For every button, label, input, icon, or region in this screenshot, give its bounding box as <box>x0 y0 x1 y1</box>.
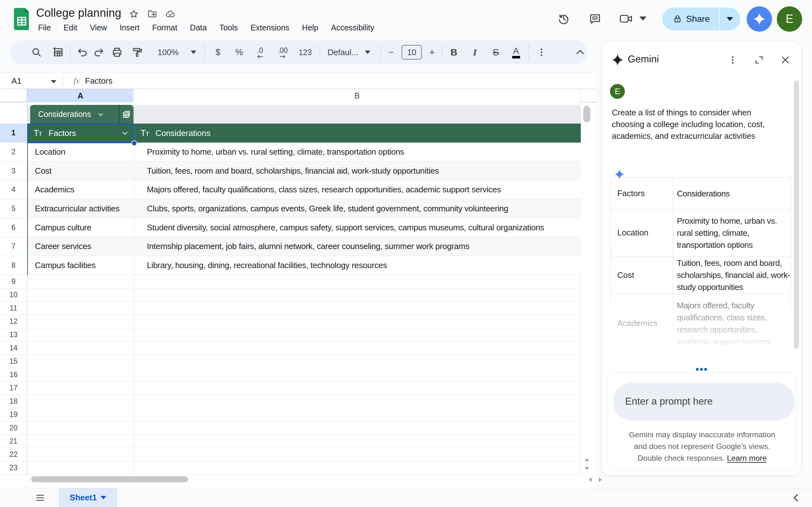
factor-cell[interactable]: Extracurricular activities <box>28 199 134 218</box>
sheet-tab[interactable]: Sheet1 <box>59 488 117 507</box>
version-history-icon[interactable] <box>557 12 570 25</box>
panel-scrollbar[interactable] <box>794 80 799 349</box>
table-row[interactable]: Career services Internship placement, jo… <box>28 237 581 257</box>
decrease-decimals-button[interactable]: .0 <box>257 46 263 59</box>
user-avatar[interactable]: E <box>777 6 802 32</box>
gemini-spark-button[interactable] <box>747 6 772 32</box>
learn-more-link[interactable]: Learn more <box>727 454 767 462</box>
empty-row[interactable] <box>27 315 581 328</box>
row-header[interactable]: 5 <box>0 199 27 218</box>
horizontal-scrollbar[interactable] <box>31 476 188 482</box>
font-select[interactable]: Defaul... <box>328 48 358 57</box>
row-header[interactable]: 12 <box>0 315 27 328</box>
empty-row[interactable] <box>27 435 581 448</box>
row-header[interactable]: 3 <box>0 162 27 181</box>
row-header[interactable]: 14 <box>0 342 27 355</box>
increase-font-size-button[interactable]: + <box>429 47 435 58</box>
menu-item[interactable]: Format <box>146 20 184 35</box>
menu-item[interactable]: Accessibility <box>325 20 380 35</box>
column-header-b[interactable]: B <box>134 89 581 102</box>
font-size-input[interactable]: 10 <box>402 45 422 60</box>
factor-cell[interactable]: Campus facilities <box>28 256 134 275</box>
factor-cell[interactable]: Career services <box>28 237 134 256</box>
row-header[interactable]: 2 <box>0 143 27 162</box>
table-row[interactable]: Academics Majors offered, faculty qualif… <box>28 180 581 199</box>
panel-expand-icon[interactable] <box>754 55 764 65</box>
scroll-up-arrow[interactable] <box>585 458 589 461</box>
text-color-button[interactable]: A <box>512 46 520 59</box>
comments-icon[interactable] <box>589 12 602 25</box>
prompt-input[interactable]: Enter a prompt here <box>613 383 795 420</box>
empty-row[interactable] <box>27 408 581 421</box>
select-all-corner[interactable] <box>0 89 27 102</box>
menu-item[interactable]: View <box>84 20 113 35</box>
factor-cell[interactable]: Academics <box>28 180 134 199</box>
italic-button[interactable]: I <box>473 47 477 58</box>
bold-button[interactable]: B <box>450 47 457 58</box>
number-format-button[interactable]: 123 <box>299 48 312 57</box>
format-percent-button[interactable]: % <box>235 48 243 57</box>
menu-item[interactable]: Data <box>184 20 213 35</box>
row-header[interactable]: 4 <box>0 180 27 199</box>
fill-handle[interactable] <box>131 140 137 146</box>
vertical-scrollbar[interactable] <box>583 106 590 122</box>
table-row[interactable]: Cost Tuition, fees, room and board, scho… <box>28 162 581 181</box>
star-icon[interactable] <box>129 9 139 19</box>
all-sheets-icon[interactable] <box>35 493 46 503</box>
format-currency-button[interactable]: $ <box>215 48 220 57</box>
row-header[interactable]: 13 <box>0 328 27 342</box>
row-header[interactable]: 16 <box>0 368 27 382</box>
empty-row[interactable] <box>27 421 581 435</box>
empty-row[interactable] <box>27 395 581 408</box>
cell-a1[interactable]: TT Factors <box>28 124 134 143</box>
formula-input[interactable]: Factors <box>85 76 113 86</box>
paint-format-icon[interactable] <box>132 47 143 58</box>
table-row[interactable]: Location Proximity to home, urban vs. ru… <box>28 143 581 162</box>
cell-b1[interactable]: TT Considerations <box>134 124 581 143</box>
menu-item[interactable]: Extensions <box>244 20 296 35</box>
panel-more-options-icon[interactable] <box>728 55 738 65</box>
empty-row[interactable] <box>27 355 581 368</box>
meet-camera-icon[interactable] <box>619 12 632 25</box>
search-icon[interactable] <box>31 47 42 58</box>
share-button[interactable]: Share <box>662 8 740 31</box>
considerations-cell[interactable]: Majors offered, faculty qualifications, … <box>134 180 581 199</box>
decrease-font-size-button[interactable]: − <box>388 47 394 58</box>
increase-decimals-button[interactable]: .00 <box>277 46 288 59</box>
menu-item[interactable]: File <box>32 20 57 35</box>
table-row[interactable]: Campus facilities Library, housing, dini… <box>28 256 581 275</box>
table-name-chip[interactable]: Considerations <box>30 105 119 124</box>
name-box[interactable]: A1 <box>11 76 21 86</box>
considerations-cell[interactable]: Clubs, sports, organizations, campus eve… <box>134 199 581 218</box>
insert-grid-icon[interactable] <box>52 47 64 58</box>
menu-item[interactable]: Insert <box>113 20 146 35</box>
undo-icon[interactable] <box>77 47 88 58</box>
redo-icon[interactable] <box>93 47 105 58</box>
considerations-cell[interactable]: Student diversity, social atmosphere, ca… <box>134 218 581 237</box>
table-row[interactable]: Extracurricular activities Clubs, sports… <box>28 199 581 218</box>
move-folder-icon[interactable] <box>147 9 157 19</box>
considerations-cell[interactable]: Proximity to home, urban vs. rural setti… <box>134 143 581 161</box>
considerations-cell[interactable]: Tuition, fees, room and board, scholarsh… <box>134 162 581 180</box>
name-box-caret-icon[interactable] <box>51 80 56 83</box>
strikethrough-button[interactable]: S <box>493 47 499 58</box>
menu-item[interactable]: Edit <box>57 20 84 35</box>
chevron-down-icon[interactable] <box>121 129 129 137</box>
row-header[interactable]: 15 <box>0 355 27 368</box>
empty-row[interactable] <box>27 328 581 342</box>
panel-close-icon[interactable] <box>780 55 791 65</box>
empty-row[interactable] <box>27 302 581 315</box>
factor-cell[interactable]: Campus culture <box>28 218 134 237</box>
empty-row[interactable] <box>27 461 581 475</box>
considerations-cell[interactable]: Library, housing, dining, recreational f… <box>134 256 581 275</box>
row-header[interactable]: 22 <box>0 448 27 461</box>
row-header[interactable]: 23 <box>0 461 27 475</box>
table-menu-button[interactable] <box>119 105 134 124</box>
document-title[interactable]: College planning <box>36 6 121 20</box>
empty-row[interactable] <box>27 448 581 461</box>
row-header[interactable]: 20 <box>0 421 27 435</box>
more-options-icon[interactable] <box>537 47 547 57</box>
cloud-saved-icon[interactable] <box>165 9 175 19</box>
row-header[interactable]: 19 <box>0 408 27 421</box>
row-header[interactable]: 8 <box>0 256 27 275</box>
